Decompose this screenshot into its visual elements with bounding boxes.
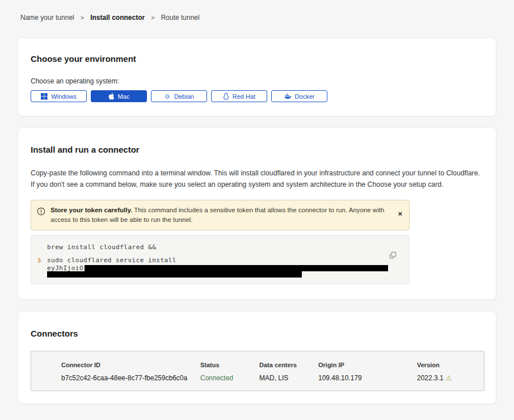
col-header-origin-ip: Origin IP [318,362,417,368]
environment-card-title: Choose your environment [31,54,483,64]
version-value: 2022.3.1⚠ [417,374,478,382]
terminal-prompt: $ [37,257,47,278]
command-line-brew: brew install cloudflared && [47,243,409,251]
os-button-group: Windows Mac Debian Red Hat [31,90,483,102]
breadcrumb-name-your-tunnel[interactable]: Name your tunnel [20,14,74,22]
os-button-label: Red Hat [233,93,255,100]
connector-id-value: b7c52c42-6caa-48ee-8c77-fbe259cb6c0a [61,374,200,382]
token-prefix: eyJhIjoiO [47,264,83,272]
col-header-data-centers: Data centers [259,362,318,368]
command-line-sudo: sudo cloudflared service install [47,257,409,264]
version-warning-icon: ⚠ [446,374,452,382]
connectors-table: Connector ID Status Data centers Origin … [31,351,484,391]
os-button-mac[interactable]: Mac [91,90,147,102]
breadcrumb-route-tunnel[interactable]: Route tunnel [161,14,200,22]
apple-logo-icon [108,93,115,100]
breadcrumb: Name your tunnel > Install connector > R… [0,0,514,22]
linux-penguin-icon [223,93,229,100]
token-line: eyJhIjoiO [47,264,409,271]
col-header-connector-id: Connector ID [61,362,200,368]
chevron-separator-icon: > [81,14,84,21]
connector-card-description: Copy-paste the following command into a … [31,167,482,190]
connector-card-title: Install and run a connector [31,145,483,155]
col-header-status: Status [200,362,259,368]
col-header-version: Version [417,362,478,368]
os-button-label: Debian [174,93,194,100]
command-row: $ sudo cloudflared service install eyJhI… [31,257,409,278]
connectors-card-title: Connectors [31,329,483,339]
close-icon[interactable]: × [398,209,402,218]
connectors-card: Connectors Connector ID Status Data cent… [18,311,496,404]
status-badge: Connected [200,374,259,382]
install-command-block: brew install cloudflared && $ sudo cloud… [31,235,410,284]
chevron-separator-icon: > [151,14,154,21]
os-button-label: Mac [118,93,130,100]
os-button-docker[interactable]: Docker [271,90,327,102]
tunnel-setup-page: Name your tunnel > Install connector > R… [0,0,514,420]
os-button-label: Docker [295,93,315,100]
alert-circle-icon [37,207,45,218]
table-row: b7c52c42-6caa-48ee-8c77-fbe259cb6c0a Con… [61,368,478,382]
os-button-windows[interactable]: Windows [31,90,87,102]
connectors-table-header: Connector ID Status Data centers Origin … [61,362,478,368]
token-warning-text: Store your token carefully. This command… [50,205,398,225]
debian-logo-icon [164,93,171,100]
redacted-token-bar [85,265,388,271]
install-connector-card: Install and run a connector Copy-paste t… [18,127,496,300]
choose-environment-card: Choose your environment Choose an operat… [18,37,496,116]
breadcrumb-install-connector[interactable]: Install connector [90,14,145,22]
copy-icon[interactable] [389,251,397,261]
os-button-redhat[interactable]: Red Hat [211,90,267,102]
token-warning-bold: Store your token carefully. [50,207,132,213]
redacted-token-bar [47,271,302,278]
windows-logo-icon [41,93,48,100]
version-number: 2022.3.1 [417,374,444,382]
token-warning-banner: Store your token carefully. This command… [31,200,410,230]
data-centers-value: MAD, LIS [259,374,318,382]
os-button-label: Windows [51,93,77,100]
command-body: sudo cloudflared service install eyJhIjo… [47,257,409,278]
origin-ip-value: 109.48.10.179 [318,374,417,382]
os-select-label: Choose an operating system: [31,77,483,85]
os-button-debian[interactable]: Debian [151,90,207,102]
docker-whale-icon [284,93,292,99]
